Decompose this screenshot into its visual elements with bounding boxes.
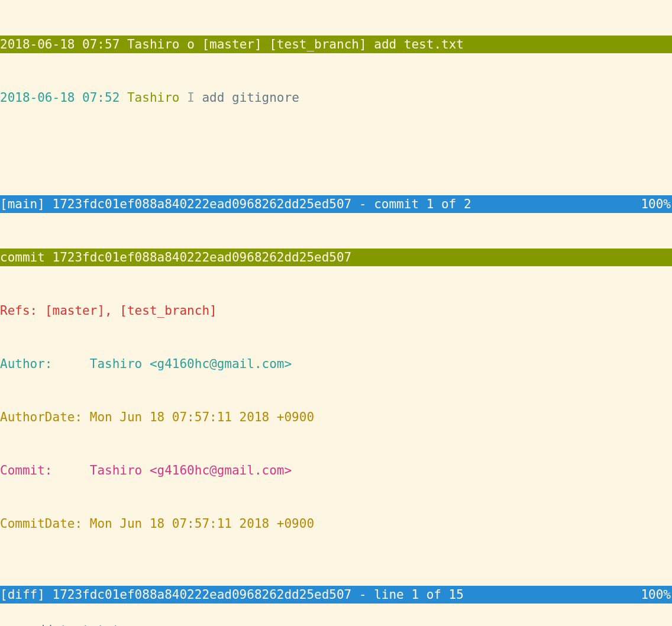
diff-commit-meta-line: Commit: Tashiro <g4160hc@gmail.com> — [0, 462, 672, 479]
diff-refs-label: Refs: — [0, 304, 37, 318]
diff-author-line: Author: Tashiro <g4160hc@gmail.com> — [0, 355, 672, 373]
commit-row-selected[interactable]: 2018-06-18 07:57 Tashiro o [master] [tes… — [0, 36, 672, 53]
commit-author: Tashiro — [127, 91, 180, 105]
status-position: - commit 1 of 2 — [359, 197, 471, 211]
commit-subject: add gitignore — [202, 91, 299, 105]
diff-commitdate-line: CommitDate: Mon Jun 18 07:57:11 2018 +09… — [0, 515, 672, 533]
diff-commitdate-label: CommitDate: — [0, 517, 82, 531]
commit-graph: I — [187, 91, 195, 105]
status-sha: 1723fdc01ef088a840222ead0968262dd25ed507 — [53, 588, 352, 602]
diff-commit-meta-value: Tashiro <g4160hc@gmail.com> — [90, 463, 292, 477]
main-log-pane[interactable]: 2018-06-18 07:57 Tashiro o [master] [tes… — [0, 0, 672, 195]
diff-authordate-value: Mon Jun 18 07:57:11 2018 +0900 — [90, 410, 314, 424]
diff-commit-meta-label: Commit: — [0, 463, 82, 477]
status-view-label: [main] — [0, 197, 45, 211]
diff-commitdate-value: Mon Jun 18 07:57:11 2018 +0900 — [90, 517, 314, 531]
status-sha: 1723fdc01ef088a840222ead0968262dd25ed507 — [53, 197, 352, 211]
commit-date: 2018-06-18 07:52 — [0, 91, 119, 105]
status-percent: 100% — [641, 586, 672, 604]
diff-status-bar: [diff] 1723fdc01ef088a840222ead0968262dd… — [0, 586, 672, 604]
blank-line — [0, 568, 672, 586]
diff-author-value: Tashiro <g4160hc@gmail.com> — [90, 357, 292, 371]
commit-graph: o — [187, 37, 195, 51]
status-percent: 100% — [641, 195, 672, 213]
diff-refs-value: [master], [test_branch] — [45, 304, 217, 318]
diff-commit-label: commit — [0, 250, 45, 264]
diff-refs-line: Refs: [master], [test_branch] — [0, 302, 672, 320]
diff-author-label: Author: — [0, 357, 82, 371]
diff-pane[interactable]: commit 1723fdc01ef088a840222ead0968262dd… — [0, 213, 672, 586]
diff-commit-sha: 1723fdc01ef088a840222ead0968262dd25ed507 — [53, 250, 352, 264]
commit-author: Tashiro — [127, 37, 180, 51]
diff-commit-line: commit 1723fdc01ef088a840222ead0968262dd… — [0, 249, 672, 266]
diff-authordate-line: AuthorDate: Mon Jun 18 07:57:11 2018 +09… — [0, 408, 672, 426]
commit-row[interactable]: 2018-06-18 07:52 Tashiro I add gitignore — [0, 89, 672, 107]
commit-date: 2018-06-18 07:57 — [0, 37, 119, 51]
status-view-label: [diff] — [0, 588, 45, 602]
status-position: - line 1 of 15 — [359, 588, 464, 602]
diff-authordate-label: AuthorDate: — [0, 410, 82, 424]
diff-message: add test.txt — [0, 621, 672, 626]
commit-subject: add test.txt — [374, 37, 464, 51]
main-status-bar: [main] 1723fdc01ef088a840222ead0968262dd… — [0, 195, 672, 213]
commit-refs: [master] [test_branch] — [202, 37, 366, 51]
